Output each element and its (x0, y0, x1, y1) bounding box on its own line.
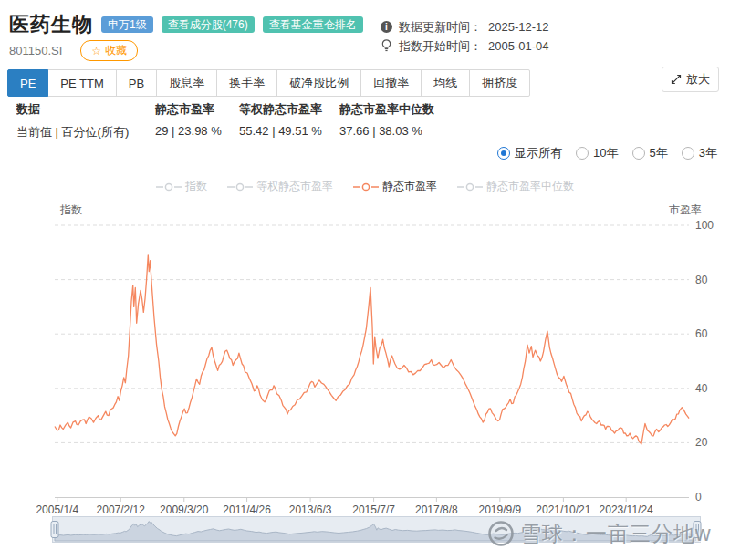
stat-value: 当前值 | 百分位(所有) (16, 124, 155, 140)
badge-view-fund-ranking[interactable]: 查看基金重仓排名 (263, 16, 363, 33)
svg-text:指数: 指数 (59, 203, 82, 216)
code-row: 801150.SI ☆ 收藏 (9, 40, 138, 61)
radio-icon[interactable] (632, 147, 645, 160)
svg-text:2023/11/24: 2023/11/24 (600, 503, 653, 516)
svg-text:2013/6/3: 2013/6/3 (289, 503, 332, 516)
stat-col-labels: 数据 当前值 | 百分位(所有) (16, 101, 155, 140)
star-icon: ☆ (91, 45, 101, 57)
page: 医药生物 申万1级 查看成分股(476) 查看基金重仓排名 801150.SI … (0, 0, 730, 560)
legend-label: 静态市盈率中位数 (486, 179, 574, 194)
bulb-icon (381, 39, 392, 53)
stat-header: 数据 (16, 101, 155, 118)
svg-text:60: 60 (695, 327, 708, 340)
favorite-button[interactable]: ☆ 收藏 (80, 40, 138, 61)
tab-pb[interactable]: PB (116, 69, 157, 97)
enlarge-button[interactable]: 放大 (662, 67, 719, 92)
header: 医药生物 申万1级 查看成分股(476) 查看基金重仓排名 (9, 11, 363, 38)
data-update-time-label: 数据更新时间： (399, 19, 482, 36)
legend-marker-icon (156, 182, 182, 192)
svg-text:2015/7/7: 2015/7/7 (352, 503, 395, 516)
range-option-label: 10年 (593, 145, 618, 161)
info-icon: i (381, 21, 392, 33)
navigator-handle (694, 522, 701, 538)
svg-text:20: 20 (695, 436, 708, 449)
tab-dividend-yield[interactable]: 股息率 (156, 69, 217, 97)
info-block: i 数据更新时间： 2025-12-12 指数开始时间： 2005-01-04 (381, 17, 549, 56)
svg-text:2007/2/12: 2007/2/12 (97, 503, 146, 516)
svg-text:2017/8/8: 2017/8/8 (415, 503, 458, 516)
stat-col-equal-weight-pe: 等权静态市盈率 55.42 | 49.51 % (239, 101, 339, 140)
legend-label: 静态市盈率 (382, 179, 437, 194)
stat-value: 29 | 23.98 % (155, 124, 239, 138)
stat-value: 37.66 | 38.03 % (339, 124, 434, 138)
stat-col-median-pe: 静态市盈率中位数 37.66 | 38.03 % (339, 101, 434, 140)
badge-shenwan-level1[interactable]: 申万1级 (101, 16, 153, 33)
range-option-10y[interactable]: 10年 (576, 145, 618, 161)
stats-panel: 数据 当前值 | 百分位(所有) 静态市盈率 29 | 23.98 % 等权静态… (16, 101, 434, 140)
legend-item-index[interactable]: 指数 (156, 179, 207, 194)
tab-pe[interactable]: PE (7, 69, 48, 97)
range-selector: 显示所有 10年 5年 3年 (497, 145, 717, 161)
svg-text:2005/1/4: 2005/1/4 (36, 503, 78, 516)
stat-col-static-pe: 静态市盈率 29 | 23.98 % (155, 101, 239, 140)
index-code: 801150.SI (9, 44, 62, 57)
navigator-handle (51, 522, 58, 538)
range-option-label: 5年 (650, 145, 668, 161)
range-option-all[interactable]: 显示所有 (497, 145, 562, 161)
metric-tabbar: PE PE TTM PB 股息率 换手率 破净股比例 回撤率 均线 拥挤度 (7, 69, 530, 97)
index-start-time-value: 2005-01-04 (488, 39, 549, 53)
stat-header: 等权静态市盈率 (239, 101, 339, 118)
legend-item-static-pe[interactable]: 静态市盈率 (353, 179, 437, 194)
page-title: 医药生物 (9, 11, 93, 38)
range-option-label: 3年 (699, 145, 717, 161)
svg-text:2021/10/21: 2021/10/21 (536, 503, 590, 516)
stat-value: 55.42 | 49.51 % (239, 124, 339, 138)
svg-text:100: 100 (695, 219, 714, 232)
stat-header: 静态市盈率中位数 (339, 101, 434, 118)
index-start-time-line: 指数开始时间： 2005-01-04 (381, 36, 549, 56)
chart-legend: 指数 等权静态市盈率 静态市盈率 静态市盈率中位数 (0, 179, 730, 194)
badge-view-constituents[interactable]: 查看成分股(476) (162, 16, 255, 33)
svg-text:2019/9/9: 2019/9/9 (479, 503, 522, 516)
range-option-5y[interactable]: 5年 (632, 145, 668, 161)
legend-item-equal-weight-pe[interactable]: 等权静态市盈率 (227, 179, 333, 194)
pe-line-chart[interactable]: 指数市盈率0204060801002005/1/42007/2/122009/3… (0, 197, 730, 516)
enlarge-label: 放大 (686, 71, 710, 88)
range-option-3y[interactable]: 3年 (682, 145, 717, 161)
svg-text:市盈率: 市盈率 (669, 203, 702, 216)
tab-turnover-rate[interactable]: 换手率 (216, 69, 277, 97)
stat-header: 静态市盈率 (155, 101, 239, 118)
data-update-time-line: i 数据更新时间： 2025-12-12 (381, 17, 549, 36)
legend-marker-icon (227, 182, 253, 192)
svg-text:40: 40 (695, 382, 708, 395)
radio-icon[interactable] (576, 147, 589, 160)
radio-icon[interactable] (682, 147, 694, 160)
legend-label: 等权静态市盈率 (256, 179, 333, 194)
expand-icon (671, 74, 682, 85)
favorite-label: 收藏 (105, 43, 127, 58)
svg-text:80: 80 (695, 274, 708, 286)
legend-label: 指数 (185, 179, 207, 194)
range-option-label: 显示所有 (515, 145, 562, 161)
tab-below-net-ratio[interactable]: 破净股比例 (276, 69, 361, 97)
index-start-time-label: 指数开始时间： (399, 38, 482, 55)
svg-text:0: 0 (695, 491, 702, 503)
legend-marker-icon (353, 182, 379, 192)
tab-crowding[interactable]: 拥挤度 (469, 69, 530, 97)
data-update-time-value: 2025-12-12 (488, 20, 549, 34)
legend-item-median-pe[interactable]: 静态市盈率中位数 (457, 179, 574, 194)
tab-drawdown[interactable]: 回撤率 (360, 69, 422, 97)
radio-selected-icon[interactable] (497, 147, 510, 160)
tab-moving-average[interactable]: 均线 (421, 69, 470, 97)
svg-text:2009/3/20: 2009/3/20 (160, 503, 209, 516)
tab-pe-ttm[interactable]: PE TTM (47, 69, 116, 97)
chart-range-navigator[interactable] (49, 515, 704, 544)
svg-text:2011/4/26: 2011/4/26 (223, 503, 271, 516)
legend-marker-icon (457, 182, 483, 192)
